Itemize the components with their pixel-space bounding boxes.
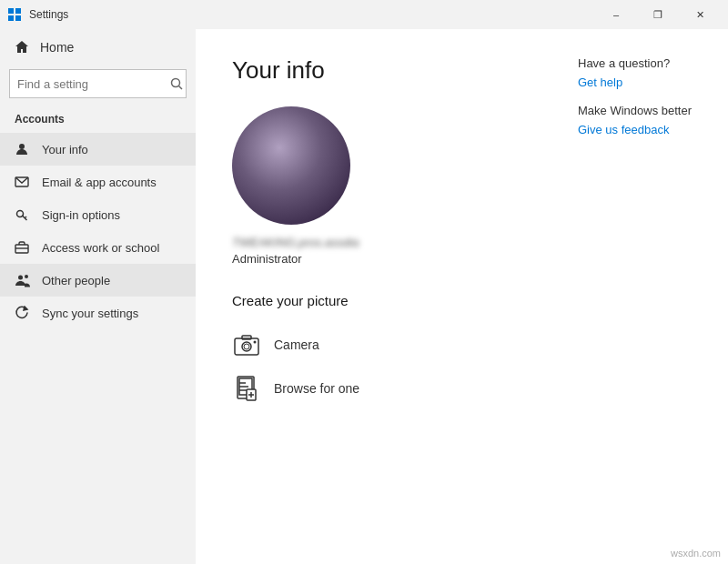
svg-rect-3	[15, 15, 21, 21]
briefcase-icon	[15, 240, 31, 255]
svg-point-18	[254, 341, 257, 344]
home-label: Home	[40, 40, 74, 55]
window-title: Settings	[29, 8, 595, 21]
svg-rect-1	[15, 8, 21, 14]
email-label: Email & app accounts	[42, 176, 157, 189]
svg-point-6	[19, 144, 25, 149]
sidebar-item-signin[interactable]: Sign-in options	[0, 198, 196, 231]
camera-label: Camera	[274, 337, 319, 352]
sync-icon	[15, 306, 31, 320]
browse-option[interactable]: Browse for one	[232, 367, 692, 410]
user-name: TWEAKING.pros.assdia	[232, 236, 359, 249]
browse-label: Browse for one	[274, 381, 359, 396]
make-windows-better: Make Windows better	[578, 104, 692, 117]
svg-line-5	[179, 86, 183, 90]
search-box[interactable]	[9, 69, 187, 98]
people-icon	[15, 273, 31, 287]
signin-label: Sign-in options	[42, 208, 120, 222]
maximize-button[interactable]: ❐	[637, 0, 679, 29]
sidebar-item-other-people[interactable]: Other people	[0, 264, 196, 297]
app-body: Home Accounts Your info	[0, 29, 728, 564]
content-area: Your info TWEAKING.pros.assdia Administr…	[196, 29, 728, 564]
svg-marker-13	[24, 307, 27, 310]
help-section: Have a question? Get help Make Windows b…	[578, 56, 692, 151]
email-icon	[15, 175, 31, 189]
svg-rect-17	[242, 336, 251, 339]
sidebar-item-sync[interactable]: Sync your settings	[0, 297, 196, 329]
your-info-label: Your info	[42, 143, 88, 156]
sidebar-item-your-info[interactable]: Your info	[0, 133, 196, 166]
svg-point-12	[25, 275, 28, 278]
svg-rect-0	[8, 8, 14, 14]
feedback-link[interactable]: Give us feedback	[578, 123, 692, 136]
sync-label: Sync your settings	[42, 307, 138, 320]
browse-icon	[232, 374, 261, 403]
person-icon	[15, 142, 31, 156]
avatar	[232, 106, 350, 225]
svg-point-11	[18, 276, 23, 280]
help-question: Have a question?	[578, 56, 692, 70]
sidebar: Home Accounts Your info	[0, 29, 196, 564]
sidebar-item-work[interactable]: Access work or school	[0, 231, 196, 264]
search-icon	[170, 77, 183, 90]
sidebar-item-email[interactable]: Email & app accounts	[0, 166, 196, 198]
get-help-link[interactable]: Get help	[578, 76, 692, 89]
search-input[interactable]	[17, 77, 170, 91]
accounts-section-title: Accounts	[0, 109, 196, 133]
other-people-label: Other people	[42, 274, 110, 287]
window-controls: – ❐ ✕	[595, 0, 721, 29]
svg-rect-2	[8, 15, 14, 21]
close-button[interactable]: ✕	[679, 0, 721, 29]
minimize-button[interactable]: –	[595, 0, 637, 29]
key-icon	[15, 207, 31, 222]
create-picture-title: Create your picture	[232, 293, 692, 308]
app-icon	[7, 7, 22, 22]
work-label: Access work or school	[42, 241, 159, 255]
camera-option[interactable]: Camera	[232, 323, 692, 367]
user-role: Administrator	[232, 252, 302, 266]
sidebar-home-button[interactable]: Home	[0, 29, 196, 65]
home-icon	[15, 40, 29, 55]
title-bar: Settings – ❐ ✕	[0, 0, 728, 29]
watermark: wsxdn.com	[671, 548, 721, 559]
svg-point-4	[172, 79, 180, 87]
camera-icon	[232, 330, 261, 359]
svg-point-16	[244, 344, 249, 349]
